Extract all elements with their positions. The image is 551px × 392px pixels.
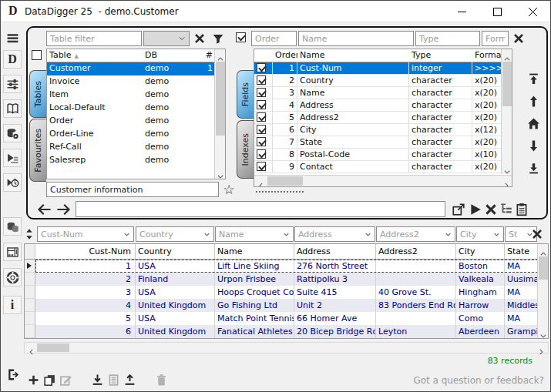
datadigger-logo-button[interactable]: D: [3, 50, 22, 69]
view-record-button[interactable]: [106, 372, 121, 387]
splitter-handle[interactable]: [256, 191, 304, 193]
fields-col-format[interactable]: Format: [472, 49, 502, 62]
field-checkbox[interactable]: [257, 125, 266, 134]
dump-record-button[interactable]: [89, 372, 105, 387]
tab-favourites[interactable]: Favourites: [29, 119, 46, 182]
move-up-button[interactable]: [526, 94, 541, 109]
grid-col-name[interactable]: Name: [215, 244, 294, 259]
records-vscrollbar[interactable]: [537, 244, 548, 338]
field-checkbox[interactable]: [257, 162, 266, 171]
run-query-icon[interactable]: [469, 203, 482, 216]
grid-col-state[interactable]: State: [505, 244, 538, 259]
table-row[interactable]: Orderdemo: [47, 115, 225, 128]
run-query-list-button[interactable]: [3, 149, 22, 167]
grid-filter-country[interactable]: Country: [136, 226, 214, 242]
tables-col-table[interactable]: Table▲: [47, 49, 143, 62]
field-row[interactable]: 2Countrycharacterx(20): [254, 75, 512, 87]
grid-filter-cust-num[interactable]: Cust-Num: [37, 226, 134, 242]
tables-scrollbar[interactable]: [214, 49, 225, 179]
clear-data-filter-icon[interactable]: [531, 228, 543, 240]
field-filter-type-input[interactable]: [415, 31, 480, 46]
grid-filter-address2[interactable]: Address2: [376, 226, 455, 242]
scroll-up-icon[interactable]: [217, 52, 224, 59]
field-row[interactable]: 9Contactcharacterx(20): [254, 161, 512, 173]
tab-tables[interactable]: Tables: [29, 70, 46, 118]
scroll-left-icon[interactable]: [257, 178, 265, 186]
data-dictionary-book-button[interactable]: [3, 99, 22, 118]
fields-col-order[interactable]: Order▲: [273, 49, 297, 62]
clear-query-icon[interactable]: [484, 203, 498, 216]
tables-col-count[interactable]: #: [193, 49, 215, 62]
field-row[interactable]: 4Addresscharacterx(20): [254, 99, 512, 112]
table-row[interactable]: Local-Defaultdemo: [47, 102, 225, 115]
table-filter-dropdown[interactable]: [143, 31, 190, 46]
move-bottom-button[interactable]: [526, 161, 541, 176]
record-row[interactable]: 3USAHoops Croquet Co.Suite 41540 Grove S…: [25, 286, 538, 299]
table-row[interactable]: Order-Linedemo: [47, 128, 225, 141]
scroll-down-icon[interactable]: [539, 328, 547, 336]
query-timer-button[interactable]: [3, 173, 22, 192]
table-filter-funnel-icon[interactable]: [212, 32, 224, 45]
clone-record-button[interactable]: [42, 372, 57, 387]
edit-record-button[interactable]: [58, 372, 73, 387]
move-top-button[interactable]: [526, 72, 541, 86]
grid-filter-name[interactable]: Name: [215, 226, 294, 242]
record-row[interactable]: 6United KingdomFanatical Athletes20 Bice…: [25, 325, 538, 338]
scroll-right-icon[interactable]: [502, 178, 510, 186]
field-row[interactable]: 7Statecharacterx(20): [254, 136, 512, 149]
table-description-input[interactable]: [46, 182, 219, 197]
add-record-button[interactable]: [25, 372, 41, 387]
tables-col-db[interactable]: DB: [143, 49, 193, 62]
close-button[interactable]: [515, 1, 550, 22]
open-external-icon[interactable]: [452, 203, 465, 216]
settings-sliders-button[interactable]: [3, 75, 22, 93]
table-row[interactable]: Ref-Calldemo: [47, 141, 225, 154]
grid-col-address[interactable]: Address: [294, 244, 376, 259]
favourite-star-icon[interactable]: ☆: [222, 183, 236, 196]
table-row[interactable]: Salesrepdemo: [47, 154, 225, 167]
dump-window-button[interactable]: [3, 243, 22, 261]
tab-indexes[interactable]: Indexes: [237, 120, 254, 179]
field-checkbox[interactable]: [257, 63, 266, 72]
grid-filter-address[interactable]: Address: [294, 226, 375, 242]
records-hscrollbar[interactable]: [24, 342, 549, 353]
field-filter-order-input[interactable]: [251, 31, 297, 46]
maximize-button[interactable]: [479, 1, 515, 22]
field-row[interactable]: 3Namecharacterx(20): [254, 87, 512, 99]
field-checkbox[interactable]: [257, 149, 266, 159]
load-record-button[interactable]: [122, 372, 137, 387]
fields-hscrollbar[interactable]: [254, 175, 512, 186]
scroll-left-icon[interactable]: [28, 344, 35, 352]
table-row[interactable]: Invoicedemo: [47, 75, 225, 89]
feedback-link[interactable]: Got a question or feedback?: [413, 375, 544, 386]
scroll-down-icon[interactable]: [503, 164, 511, 172]
table-filter-input[interactable]: [46, 31, 142, 46]
prev-query-icon[interactable]: [37, 202, 52, 217]
scroll-down-icon[interactable]: [217, 169, 224, 176]
field-filter-format-input[interactable]: [482, 31, 509, 46]
fields-col-type[interactable]: Type: [409, 49, 472, 62]
record-row[interactable]: 1USALift Line Skiing276 North StreetBost…: [25, 260, 538, 273]
grid-col-address2[interactable]: Address2: [376, 244, 456, 259]
grid-col-city[interactable]: City: [456, 244, 505, 259]
field-checkbox[interactable]: [257, 75, 266, 85]
table-row[interactable]: Customerdemo1: [47, 62, 225, 75]
tab-fields[interactable]: Fields: [237, 70, 254, 119]
record-row[interactable]: 4United KingdomGo Fishing LtdUnit 283 Po…: [25, 299, 538, 312]
field-row[interactable]: 1Cust-Numinteger>>>>9: [254, 62, 512, 75]
about-info-button[interactable]: i: [3, 296, 22, 314]
field-checkbox[interactable]: [257, 100, 266, 109]
table-row[interactable]: Itemdemo: [47, 89, 225, 102]
clear-table-filter-icon[interactable]: [193, 32, 206, 45]
minimize-button[interactable]: [444, 1, 479, 22]
menu-button[interactable]: [3, 28, 22, 47]
scroll-up-icon[interactable]: [539, 246, 547, 254]
view-tree-icon[interactable]: [499, 203, 513, 216]
field-row[interactable]: 8Postal-Codecharacterx(10): [254, 149, 512, 161]
move-down-button[interactable]: [526, 139, 541, 153]
fields-col-name[interactable]: Name: [297, 49, 409, 62]
scroll-up-icon[interactable]: [503, 52, 511, 59]
exit-button[interactable]: [4, 365, 22, 385]
grid-filter-city[interactable]: City: [456, 226, 504, 242]
delete-record-button[interactable]: [153, 372, 169, 387]
